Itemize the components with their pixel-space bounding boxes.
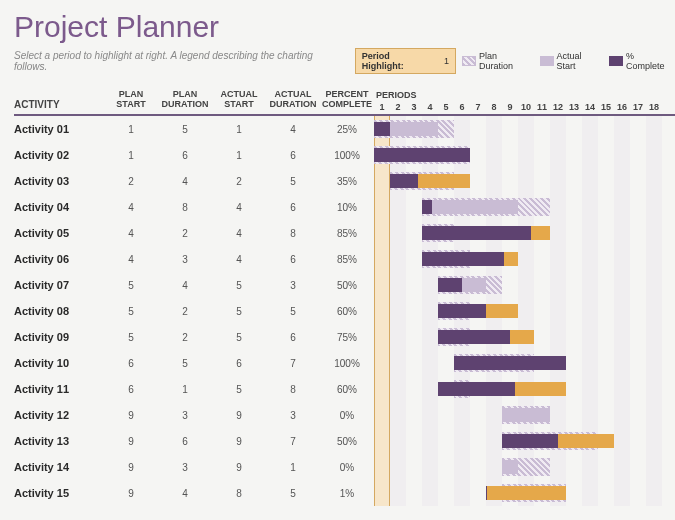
cell-plan-duration[interactable]: 1 <box>158 384 212 395</box>
table-row[interactable]: Activity 13969750% <box>14 428 374 454</box>
period-number[interactable]: 3 <box>406 102 422 112</box>
table-row[interactable]: Activity 106567100% <box>14 350 374 376</box>
cell-plan-start[interactable]: 1 <box>104 124 158 135</box>
gantt-row[interactable] <box>374 376 675 402</box>
gantt-row[interactable] <box>374 480 675 506</box>
table-row[interactable]: Activity 09525675% <box>14 324 374 350</box>
gantt-row[interactable] <box>374 454 675 480</box>
cell-plan-start[interactable]: 5 <box>104 306 158 317</box>
cell-plan-duration[interactable]: 5 <box>158 124 212 135</box>
cell-actual-duration[interactable]: 7 <box>266 358 320 369</box>
cell-activity[interactable]: Activity 05 <box>14 227 104 239</box>
gantt-row[interactable] <box>374 116 675 142</box>
cell-actual-duration[interactable]: 5 <box>266 306 320 317</box>
cell-activity[interactable]: Activity 11 <box>14 383 104 395</box>
period-number[interactable]: 13 <box>566 102 582 112</box>
cell-actual-start[interactable]: 2 <box>212 176 266 187</box>
gantt-row[interactable] <box>374 246 675 272</box>
cell-activity[interactable]: Activity 01 <box>14 123 104 135</box>
col-percent-complete[interactable]: PERCENT COMPLETE <box>320 90 374 110</box>
cell-plan-start[interactable]: 9 <box>104 410 158 421</box>
cell-actual-duration[interactable]: 8 <box>266 228 320 239</box>
period-number[interactable]: 16 <box>614 102 630 112</box>
cell-activity[interactable]: Activity 02 <box>14 149 104 161</box>
cell-plan-start[interactable]: 9 <box>104 436 158 447</box>
cell-actual-start[interactable]: 1 <box>212 124 266 135</box>
table-row[interactable]: Activity 06434685% <box>14 246 374 272</box>
col-actual-start[interactable]: ACTUAL START <box>212 90 266 110</box>
cell-actual-start[interactable]: 6 <box>212 358 266 369</box>
table-row[interactable]: Activity 1493910% <box>14 454 374 480</box>
cell-percent-complete[interactable]: 1% <box>320 488 374 499</box>
table-row[interactable]: Activity 01151425% <box>14 116 374 142</box>
period-number[interactable]: 14 <box>582 102 598 112</box>
period-number[interactable]: 2 <box>390 102 406 112</box>
cell-plan-start[interactable]: 5 <box>104 332 158 343</box>
period-number[interactable]: 7 <box>470 102 486 112</box>
cell-actual-start[interactable]: 5 <box>212 280 266 291</box>
cell-actual-duration[interactable]: 1 <box>266 462 320 473</box>
cell-percent-complete[interactable]: 85% <box>320 228 374 239</box>
cell-plan-duration[interactable]: 2 <box>158 228 212 239</box>
cell-plan-duration[interactable]: 3 <box>158 410 212 421</box>
cell-plan-start[interactable]: 9 <box>104 462 158 473</box>
cell-actual-duration[interactable]: 3 <box>266 410 320 421</box>
period-highlight-value[interactable]: 1 <box>444 56 449 66</box>
cell-actual-duration[interactable]: 5 <box>266 176 320 187</box>
cell-actual-start[interactable]: 4 <box>212 254 266 265</box>
cell-actual-duration[interactable]: 8 <box>266 384 320 395</box>
table-row[interactable]: Activity 05424885% <box>14 220 374 246</box>
cell-actual-duration[interactable]: 6 <box>266 254 320 265</box>
cell-actual-start[interactable]: 9 <box>212 462 266 473</box>
gantt-chart[interactable] <box>374 116 675 506</box>
cell-actual-start[interactable]: 5 <box>212 306 266 317</box>
cell-percent-complete[interactable]: 25% <box>320 124 374 135</box>
cell-actual-duration[interactable]: 4 <box>266 124 320 135</box>
cell-actual-duration[interactable]: 3 <box>266 280 320 291</box>
cell-actual-start[interactable]: 5 <box>212 332 266 343</box>
cell-activity[interactable]: Activity 12 <box>14 409 104 421</box>
table-row[interactable]: Activity 07545350% <box>14 272 374 298</box>
cell-percent-complete[interactable]: 50% <box>320 280 374 291</box>
cell-actual-duration[interactable]: 5 <box>266 488 320 499</box>
cell-percent-complete[interactable]: 60% <box>320 306 374 317</box>
col-activity[interactable]: ACTIVITY <box>14 99 104 110</box>
cell-percent-complete[interactable]: 50% <box>320 436 374 447</box>
table-row[interactable]: Activity 03242535% <box>14 168 374 194</box>
cell-plan-start[interactable]: 4 <box>104 254 158 265</box>
gantt-row[interactable] <box>374 194 675 220</box>
cell-plan-duration[interactable]: 8 <box>158 202 212 213</box>
table-row[interactable]: Activity 1594851% <box>14 480 374 506</box>
cell-percent-complete[interactable]: 10% <box>320 202 374 213</box>
gantt-row[interactable] <box>374 324 675 350</box>
gantt-row[interactable] <box>374 168 675 194</box>
cell-actual-start[interactable]: 9 <box>212 410 266 421</box>
gantt-row[interactable] <box>374 272 675 298</box>
gantt-row[interactable] <box>374 402 675 428</box>
cell-actual-duration[interactable]: 7 <box>266 436 320 447</box>
cell-percent-complete[interactable]: 0% <box>320 410 374 421</box>
cell-plan-duration[interactable]: 3 <box>158 462 212 473</box>
cell-actual-start[interactable]: 4 <box>212 202 266 213</box>
period-number[interactable]: 6 <box>454 102 470 112</box>
cell-activity[interactable]: Activity 10 <box>14 357 104 369</box>
cell-plan-duration[interactable]: 5 <box>158 358 212 369</box>
cell-plan-duration[interactable]: 2 <box>158 332 212 343</box>
cell-plan-start[interactable]: 6 <box>104 384 158 395</box>
cell-actual-start[interactable]: 8 <box>212 488 266 499</box>
cell-plan-start[interactable]: 4 <box>104 202 158 213</box>
cell-plan-start[interactable]: 6 <box>104 358 158 369</box>
cell-actual-start[interactable]: 4 <box>212 228 266 239</box>
cell-actual-start[interactable]: 9 <box>212 436 266 447</box>
cell-activity[interactable]: Activity 09 <box>14 331 104 343</box>
cell-actual-start[interactable]: 5 <box>212 384 266 395</box>
cell-percent-complete[interactable]: 60% <box>320 384 374 395</box>
cell-plan-duration[interactable]: 2 <box>158 306 212 317</box>
period-number[interactable]: 5 <box>438 102 454 112</box>
cell-percent-complete[interactable]: 100% <box>320 358 374 369</box>
period-number[interactable]: 4 <box>422 102 438 112</box>
cell-actual-start[interactable]: 1 <box>212 150 266 161</box>
cell-activity[interactable]: Activity 13 <box>14 435 104 447</box>
period-number[interactable]: 9 <box>502 102 518 112</box>
table-row[interactable]: Activity 11615860% <box>14 376 374 402</box>
